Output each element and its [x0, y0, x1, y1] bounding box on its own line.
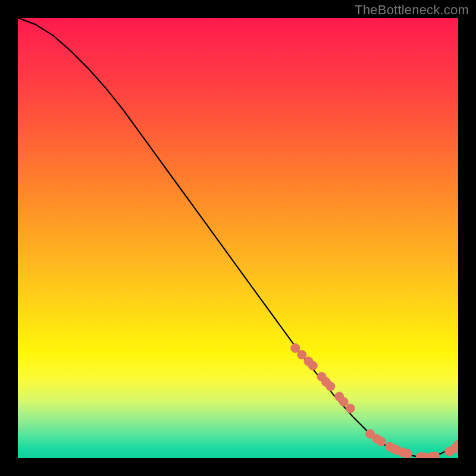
plot-area: [18, 18, 458, 458]
dot: [308, 361, 317, 370]
dot: [377, 437, 386, 446]
dot: [403, 449, 412, 458]
watermark-text: TheBottleneck.com: [355, 2, 469, 18]
dot: [326, 382, 335, 391]
dot: [339, 397, 348, 406]
chart-svg: [18, 18, 458, 458]
bottleneck-curve: [18, 18, 458, 458]
dot: [291, 344, 300, 353]
dot: [298, 350, 306, 359]
dot: [346, 404, 355, 413]
dot: [431, 452, 440, 458]
highlight-dots: [291, 344, 458, 459]
